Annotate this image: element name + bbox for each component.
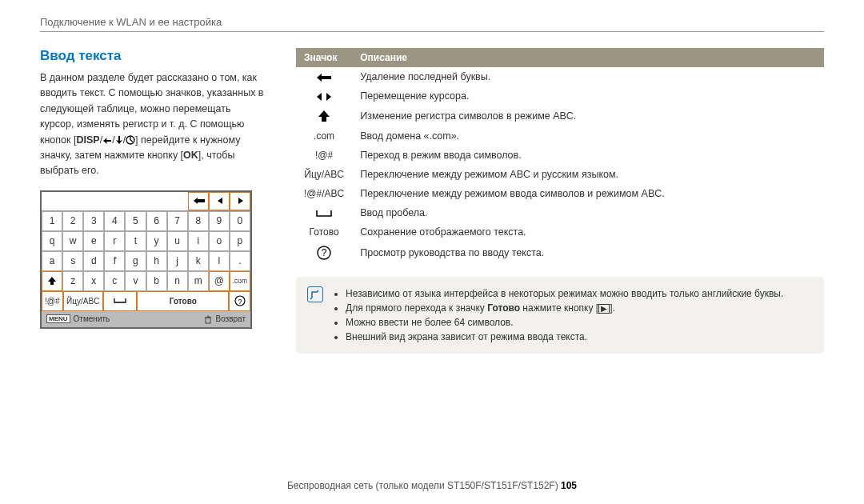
table-row: Удаление последней буквы.: [296, 67, 824, 86]
key-p[interactable]: p: [230, 231, 250, 251]
svg-rect-3: [206, 318, 210, 323]
page-footer: Беспроводная сеть (только модели ST150F/…: [40, 480, 824, 491]
key-e[interactable]: e: [83, 231, 104, 251]
key-a[interactable]: a: [42, 251, 62, 271]
cursor-right-key[interactable]: [230, 192, 250, 210]
col-desc: Описание: [352, 48, 824, 67]
key-r[interactable]: r: [104, 231, 125, 251]
info-icon: [307, 286, 323, 302]
table-row: Изменение регистра символов в режиме ABC…: [296, 106, 824, 126]
key-c[interactable]: c: [104, 271, 125, 291]
key-f[interactable]: f: [104, 251, 125, 271]
help-key[interactable]: ?: [229, 291, 250, 311]
row-icon-space: [296, 203, 352, 222]
note-item: Независимо от языка интерфейса в некотор…: [346, 286, 783, 301]
key-z[interactable]: z: [62, 271, 83, 291]
key-6[interactable]: 6: [146, 211, 167, 231]
table-row: Перемещение курсора.: [296, 86, 824, 106]
row-desc: Изменение регистра символов в режиме ABC…: [352, 106, 824, 126]
key-q[interactable]: q: [42, 231, 62, 251]
note-item: Можно ввести не более 64 символов.: [346, 315, 783, 330]
key-.[interactable]: .: [230, 251, 250, 271]
row-desc: Ввод пробела.: [352, 203, 824, 222]
keyboard: 1234567890qwertyuiopasdfghjkl.zxcvbnm@.c…: [40, 190, 252, 329]
row-icon-symabc: !@#/ABC: [296, 184, 352, 203]
lang-key[interactable]: Йцу/ABC: [63, 291, 103, 311]
play-icon: ▶: [598, 304, 610, 314]
row-desc: Удаление последней буквы.: [352, 67, 824, 86]
done-key[interactable]: Готово: [137, 291, 229, 311]
key-1[interactable]: 1: [42, 211, 62, 231]
table-row: Йцу/ABCПереключение между режимом ABC и …: [296, 165, 824, 184]
back-label: Возврат: [216, 314, 246, 323]
key-s[interactable]: s: [62, 251, 83, 271]
key-.com[interactable]: .com: [230, 271, 250, 291]
row-icon-backspace: [296, 67, 352, 86]
key-y[interactable]: y: [146, 231, 167, 251]
row-icon-lang: Йцу/ABC: [296, 165, 352, 184]
cancel-label: Отменить: [74, 314, 110, 323]
row-icon-shift: [296, 106, 352, 126]
key-2[interactable]: 2: [62, 211, 83, 231]
key-t[interactable]: t: [125, 231, 146, 251]
table-row: ?Просмотр руководства по вводу текста.: [296, 242, 824, 264]
symbols-key[interactable]: !@#: [42, 291, 63, 311]
col-icon: Значок: [296, 48, 352, 67]
key-h[interactable]: h: [146, 251, 167, 271]
row-desc: Ввод домена «.com».: [352, 126, 824, 146]
key-9[interactable]: 9: [209, 211, 230, 231]
intro-text: В данном разделе будет рассказано о том,…: [40, 70, 264, 179]
key-j[interactable]: j: [167, 251, 188, 271]
key-k[interactable]: k: [188, 251, 209, 271]
row-desc: Переключение между режимом ABC и русским…: [352, 165, 824, 184]
table-row: !@#/ABCПереключение между режимом ввода …: [296, 184, 824, 203]
row-icon-dotcom: .com: [296, 126, 352, 146]
space-key[interactable]: [103, 291, 137, 311]
table-row: ГотовоСохранение отображаемого текста.: [296, 222, 824, 242]
key-l[interactable]: l: [209, 251, 230, 271]
keyboard-top-row: [42, 192, 250, 211]
key-w[interactable]: w: [62, 231, 83, 251]
note-box: Независимо от языка интерфейса в некотор…: [296, 277, 824, 354]
key-v[interactable]: v: [125, 271, 146, 291]
key-m[interactable]: m: [188, 271, 209, 291]
row-icon-sym: !@#: [296, 146, 352, 165]
key-d[interactable]: d: [83, 251, 104, 271]
row-desc: Переход в режим ввода символов.: [352, 146, 824, 165]
key-x[interactable]: x: [83, 271, 104, 291]
key-u[interactable]: u: [167, 231, 188, 251]
key-o[interactable]: o: [209, 231, 230, 251]
key-i[interactable]: i: [188, 231, 209, 251]
key-b[interactable]: b: [146, 271, 167, 291]
backspace-key[interactable]: [188, 192, 209, 210]
table-row: !@#Переход в режим ввода символов.: [296, 146, 824, 165]
svg-text:?: ?: [238, 298, 242, 306]
row-desc: Сохранение отображаемого текста.: [352, 222, 824, 242]
row-icon-help: ?: [296, 242, 352, 264]
key-5[interactable]: 5: [125, 211, 146, 231]
key-↑[interactable]: [42, 271, 62, 291]
row-icon-move: [296, 86, 352, 106]
key-0[interactable]: 0: [230, 211, 250, 231]
icon-description-table: Значок Описание Удаление последней буквы…: [296, 48, 824, 264]
row-icon-done: Готово: [296, 222, 352, 242]
row-desc: Переключение между режимом ввода символо…: [352, 184, 824, 203]
key-g[interactable]: g: [125, 251, 146, 271]
keyboard-footer: MENUОтменить Возврат: [42, 311, 250, 327]
key-7[interactable]: 7: [167, 211, 188, 231]
key-4[interactable]: 4: [104, 211, 125, 231]
cursor-left-key[interactable]: [209, 192, 230, 210]
breadcrumb-header: Подключение к WLAN и ее настройка: [40, 16, 824, 28]
trash-icon: [203, 314, 213, 324]
row-desc: Просмотр руководства по вводу текста.: [352, 242, 824, 264]
table-row: .comВвод домена «.com».: [296, 126, 824, 146]
menu-icon: MENU: [46, 314, 70, 323]
key-8[interactable]: 8: [188, 211, 209, 231]
key-3[interactable]: 3: [83, 211, 104, 231]
note-item: Для прямого перехода к значку Готово наж…: [346, 301, 783, 315]
row-desc: Перемещение курсора.: [352, 86, 824, 106]
key-@[interactable]: @: [209, 271, 230, 291]
key-n[interactable]: n: [167, 271, 188, 291]
note-item: Внешний вид экрана зависит от режима вво…: [346, 330, 783, 344]
section-title: Ввод текста: [40, 48, 264, 64]
